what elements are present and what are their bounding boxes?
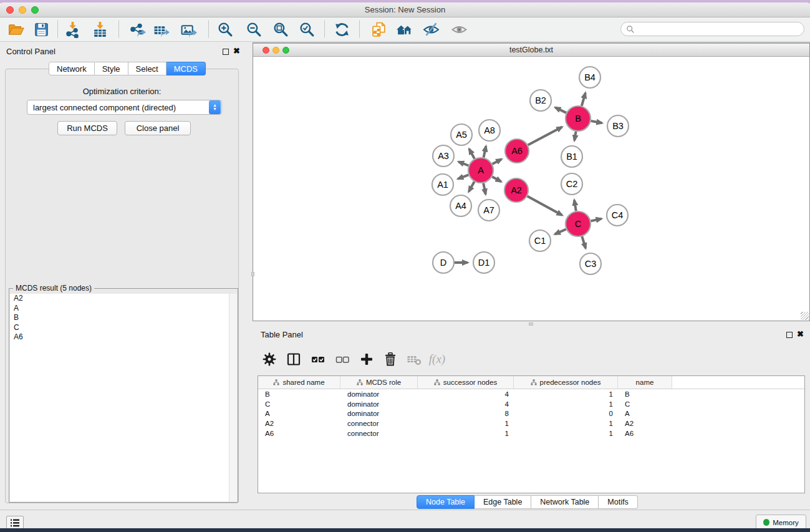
tab-motifs[interactable]: Motifs	[599, 495, 637, 509]
graph-node-A2[interactable]: A2	[504, 178, 528, 202]
graph-node-B2[interactable]: B2	[530, 90, 551, 111]
graph-node-B4[interactable]: B4	[579, 67, 600, 88]
graph-edge-A-A4[interactable]	[469, 181, 475, 191]
graph-edge-A-A6[interactable]	[493, 159, 502, 164]
graph-node-C3[interactable]: C3	[580, 253, 601, 274]
graph-edge-B-B3[interactable]	[591, 121, 602, 123]
column-header-MCDS-role[interactable]: MCDS role	[340, 376, 418, 389]
import-table-icon[interactable]	[89, 19, 111, 39]
minimize-window-button[interactable]	[19, 6, 26, 14]
select-all-icon[interactable]	[307, 349, 329, 370]
home-icon[interactable]	[393, 19, 415, 39]
column-header-successor-nodes[interactable]: successor nodes	[418, 376, 514, 389]
table-row[interactable]: A2connector11A2	[258, 418, 804, 428]
close-window-button[interactable]	[6, 6, 14, 14]
graph-edge-A-A1[interactable]	[458, 175, 468, 178]
birdseye-icon[interactable]	[448, 19, 470, 39]
graph-node-A7[interactable]: A7	[478, 200, 499, 221]
zoom-selected-icon[interactable]	[296, 19, 318, 39]
control-panel-float-icon[interactable]	[223, 49, 229, 55]
export-image-icon[interactable]	[177, 19, 200, 39]
search-field[interactable]	[635, 25, 804, 34]
result-scrollbar[interactable]	[229, 294, 237, 501]
refresh-icon[interactable]	[330, 19, 353, 39]
graph-node-A[interactable]: A	[468, 158, 493, 183]
export-table-icon[interactable]	[150, 19, 172, 39]
close-panel-button[interactable]: Close panel	[125, 121, 191, 135]
graph-node-C2[interactable]: C2	[561, 173, 582, 195]
graph-node-C[interactable]: C	[566, 211, 591, 236]
table-row[interactable]: Cdominator41C	[258, 399, 804, 409]
open-file-icon[interactable]	[4, 19, 27, 39]
mcds-result-item[interactable]: A6	[10, 332, 237, 342]
graph-edge-A-A5[interactable]	[469, 149, 475, 159]
search-input[interactable]	[620, 22, 804, 36]
frame-close-button[interactable]	[263, 47, 269, 54]
graph-edge-C-C4[interactable]	[591, 219, 602, 221]
export-network-icon[interactable]	[126, 19, 148, 39]
graph-edge-C-C1[interactable]	[555, 230, 566, 235]
deselect-all-icon[interactable]	[332, 349, 353, 370]
graph-node-A5[interactable]: A5	[451, 124, 472, 145]
table-panel-close-icon[interactable]: ✖	[797, 331, 804, 338]
zoom-window-button[interactable]	[31, 6, 39, 14]
graph-edge-B-B2[interactable]	[555, 107, 566, 113]
graph-node-B[interactable]: B	[566, 106, 591, 131]
graph-edge-A-A3[interactable]	[458, 162, 468, 165]
graph-node-A8[interactable]: A8	[479, 120, 500, 141]
table-panel-float-icon[interactable]	[786, 332, 793, 338]
table-row[interactable]: Adominator80A	[258, 409, 804, 419]
import-network-icon[interactable]	[61, 19, 84, 39]
graph-edge-A6-B[interactable]	[528, 127, 562, 145]
graph-node-A6[interactable]: A6	[505, 139, 529, 163]
frame-resize-grip[interactable]	[801, 312, 809, 320]
horizontal-split-grip[interactable]	[529, 322, 533, 326]
run-mcds-button[interactable]: Run MCDS	[57, 121, 117, 135]
graph-node-B1[interactable]: B1	[561, 146, 582, 167]
graph-node-C1[interactable]: C1	[529, 230, 551, 251]
mcds-result-item[interactable]: A2	[10, 294, 237, 304]
control-panel-close-icon[interactable]: ✖	[233, 47, 240, 55]
graph-node-C4[interactable]: C4	[607, 205, 628, 226]
node-table[interactable]: shared nameMCDS rolesuccessor nodesprede…	[258, 375, 805, 493]
graph-edge-B-B4[interactable]	[582, 93, 586, 106]
memory-button[interactable]: Memory	[756, 515, 806, 529]
graph-edge-A-A8[interactable]	[484, 146, 486, 157]
tab-network-table[interactable]: Network Table	[531, 495, 599, 509]
mcds-result-item[interactable]: A	[10, 304, 237, 314]
graph-edge-A-A2[interactable]	[492, 177, 501, 181]
tab-node-table[interactable]: Node Table	[417, 495, 475, 509]
network-canvas[interactable]: B4 B2 B B3 A8 A5 A6 A3 B1 A A1 C2 A2	[253, 57, 809, 321]
add-column-icon[interactable]	[356, 349, 377, 370]
graph-edge-A-A7[interactable]	[483, 183, 486, 195]
mcds-result-list[interactable]: A2ABCA6	[10, 294, 237, 501]
zoom-out-icon[interactable]	[243, 19, 265, 39]
delete-rows-icon[interactable]	[380, 349, 401, 370]
toggle-visibility-icon[interactable]	[420, 19, 442, 39]
network-frame-titlebar[interactable]: testGlobe.txt	[253, 44, 809, 57]
zoom-fit-icon[interactable]	[269, 19, 292, 39]
frame-zoom-button[interactable]	[282, 47, 289, 54]
column-header-predecessor-nodes[interactable]: predecessor nodes	[514, 376, 618, 389]
graph-edge-C-C2[interactable]	[574, 200, 576, 211]
column-header-shared-name[interactable]: shared name	[258, 376, 340, 389]
gear-icon[interactable]	[259, 349, 280, 370]
graph-node-D1[interactable]: D1	[473, 252, 494, 273]
save-session-icon[interactable]	[30, 19, 52, 39]
network-graph[interactable]: B4 B2 B B3 A8 A5 A6 A3 B1 A A1 C2 A2	[253, 57, 809, 321]
mcds-result-item[interactable]: C	[10, 323, 237, 333]
mcds-result-item[interactable]: B	[10, 313, 237, 323]
tab-mcds[interactable]: MCDS	[166, 62, 206, 75]
clone-network-icon[interactable]	[368, 19, 390, 39]
tab-style[interactable]: Style	[95, 62, 128, 75]
graph-node-A3[interactable]: A3	[433, 145, 454, 167]
graph-edge-A2-C[interactable]	[528, 196, 562, 216]
vertical-split-grip[interactable]	[251, 272, 254, 276]
tab-network[interactable]: Network	[49, 62, 95, 75]
graph-node-B3[interactable]: B3	[607, 115, 629, 137]
graph-node-D[interactable]: D	[433, 252, 454, 273]
task-history-button[interactable]	[6, 516, 24, 529]
graph-edge-C-C3[interactable]	[582, 236, 586, 248]
split-columns-icon[interactable]	[283, 349, 304, 370]
table-row[interactable]: Bdominator41B	[258, 389, 804, 399]
